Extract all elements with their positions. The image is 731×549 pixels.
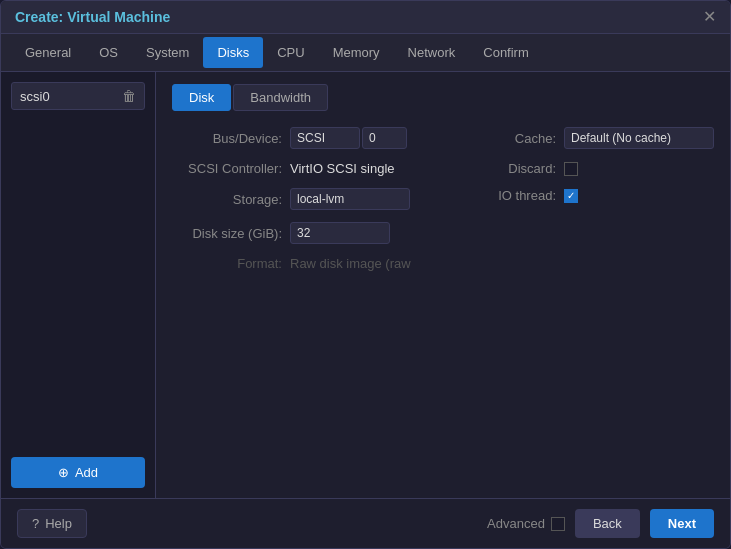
discard-label: Discard:: [446, 161, 556, 176]
create-vm-modal: Create: Virtual Machine ✕ General OS Sys…: [0, 0, 731, 549]
cache-select[interactable]: Default (No cache) No cache Write throug…: [564, 127, 714, 149]
tab-confirm[interactable]: Confirm: [469, 37, 543, 68]
add-label: Add: [75, 465, 98, 480]
scsi-controller-label: SCSI Controller:: [172, 161, 282, 176]
advanced-wrap: Advanced: [487, 516, 565, 531]
format-label: Format:: [172, 256, 282, 271]
tab-cpu[interactable]: CPU: [263, 37, 318, 68]
discard-checkbox-wrap: [564, 162, 578, 176]
right-panel: Disk Bandwidth Bus/Device: SCSI IDE SATA: [156, 72, 730, 498]
add-disk-button[interactable]: ⊕ Add: [11, 457, 145, 488]
storage-label: Storage:: [172, 192, 282, 207]
close-button[interactable]: ✕: [703, 9, 716, 25]
bus-select[interactable]: SCSI IDE SATA VirtIO: [290, 127, 360, 149]
discard-checkbox[interactable]: [564, 162, 578, 176]
advanced-label: Advanced: [487, 516, 545, 531]
sub-tab-disk[interactable]: Disk: [172, 84, 231, 111]
tab-disks[interactable]: Disks: [203, 37, 263, 68]
next-button[interactable]: Next: [650, 509, 714, 538]
sub-tab-bandwidth[interactable]: Bandwidth: [233, 84, 328, 111]
back-button[interactable]: Back: [575, 509, 640, 538]
sub-tab-bar: Disk Bandwidth: [172, 84, 714, 111]
bus-device-row: Bus/Device: SCSI IDE SATA VirtIO 0 1: [172, 127, 416, 149]
disk-form: Bus/Device: SCSI IDE SATA VirtIO 0 1: [172, 127, 714, 283]
storage-row: Storage: local-lvm local: [172, 188, 416, 210]
form-left-col: Bus/Device: SCSI IDE SATA VirtIO 0 1: [172, 127, 416, 283]
bus-num-select[interactable]: 0 1 2: [362, 127, 407, 149]
cache-row: Cache: Default (No cache) No cache Write…: [446, 127, 714, 149]
left-panel: scsi0 🗑 ⊕ Add: [1, 72, 156, 498]
modal-title: Create: Virtual Machine: [15, 9, 170, 25]
footer-right: Advanced Back Next: [487, 509, 714, 538]
form-right-col: Cache: Default (No cache) No cache Write…: [446, 127, 714, 283]
footer: ? Help Advanced Back Next: [1, 498, 730, 548]
cache-label: Cache:: [446, 131, 556, 146]
tab-system[interactable]: System: [132, 37, 203, 68]
iothread-checkbox-wrap: [564, 189, 578, 203]
tab-memory[interactable]: Memory: [319, 37, 394, 68]
iothread-checkbox[interactable]: [564, 189, 578, 203]
scsi-controller-row: SCSI Controller: VirtIO SCSI single: [172, 161, 416, 176]
tab-network[interactable]: Network: [394, 37, 470, 68]
bus-device-inputs: SCSI IDE SATA VirtIO 0 1 2: [290, 127, 407, 149]
bus-device-label: Bus/Device:: [172, 131, 282, 146]
tab-os[interactable]: OS: [85, 37, 132, 68]
disksize-row: Disk size (GiB):: [172, 222, 416, 244]
disk-item-scsi0: scsi0 🗑: [11, 82, 145, 110]
tab-bar: General OS System Disks CPU Memory Netwo…: [1, 34, 730, 72]
scsi-controller-value: VirtIO SCSI single: [290, 161, 395, 176]
disksize-label: Disk size (GiB):: [172, 226, 282, 241]
content-area: scsi0 🗑 ⊕ Add Disk Bandwidth Bus/D: [1, 72, 730, 498]
tab-general[interactable]: General: [11, 37, 85, 68]
iothread-row: IO thread:: [446, 188, 714, 203]
iothread-label: IO thread:: [446, 188, 556, 203]
help-label: Help: [45, 516, 72, 531]
add-icon: ⊕: [58, 465, 69, 480]
discard-row: Discard:: [446, 161, 714, 176]
disk-delete-button[interactable]: 🗑: [122, 88, 136, 104]
help-button[interactable]: ? Help: [17, 509, 87, 538]
advanced-checkbox[interactable]: [551, 517, 565, 531]
title-bar: Create: Virtual Machine ✕: [1, 1, 730, 34]
format-row: Format: Raw disk image (raw: [172, 256, 416, 271]
disksize-input[interactable]: [290, 222, 390, 244]
format-value: Raw disk image (raw: [290, 256, 411, 271]
help-icon: ?: [32, 516, 39, 531]
storage-select[interactable]: local-lvm local: [290, 188, 410, 210]
disk-item-label: scsi0: [20, 89, 50, 104]
